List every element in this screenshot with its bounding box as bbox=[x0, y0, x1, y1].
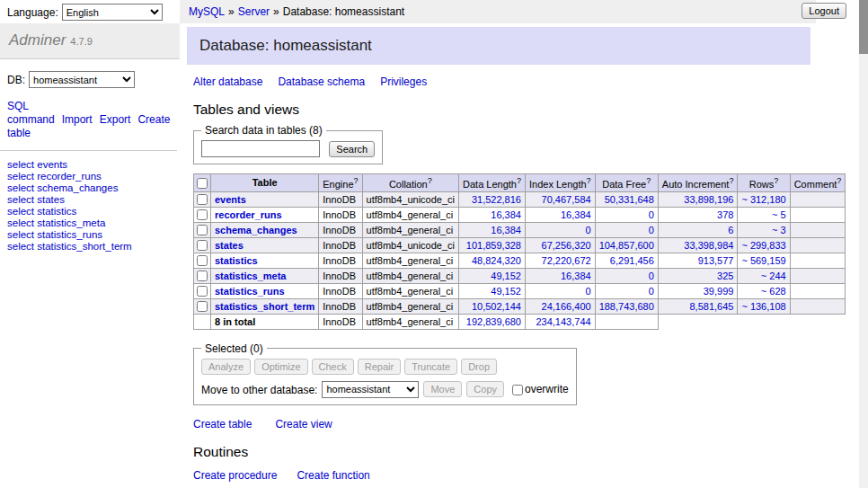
collation-cell: utf8mb4_general_ci bbox=[362, 283, 458, 298]
truncate-button[interactable]: Truncate bbox=[404, 359, 457, 375]
move-button[interactable]: Move bbox=[423, 381, 462, 397]
column-help-link[interactable]: ? bbox=[729, 176, 733, 185]
adminer-logo-text[interactable]: Adminer bbox=[9, 31, 66, 49]
copy-button[interactable]: Copy bbox=[466, 381, 504, 397]
rows-count-link[interactable]: ~ 312,180 bbox=[741, 194, 785, 205]
row-select-cell bbox=[194, 191, 211, 207]
sidebar-link-export[interactable]: Export bbox=[100, 113, 131, 126]
scrollbar-thumb[interactable] bbox=[859, 0, 868, 54]
adminer-logo: Adminer4.7.9 bbox=[0, 23, 180, 59]
table-name-cell: statistics_short_term bbox=[211, 298, 319, 314]
table-name-cell: statistics_meta bbox=[211, 268, 319, 283]
table-link[interactable]: schema_changes bbox=[215, 225, 297, 235]
table-name-cell: events bbox=[211, 191, 319, 207]
nav-link-alter-database[interactable]: Alter database bbox=[193, 75, 262, 88]
row-checkbox[interactable] bbox=[197, 209, 208, 220]
sidebar-table-link-select-recorder-runs[interactable]: select recorder_runs bbox=[7, 171, 180, 182]
overwrite-checkbox[interactable] bbox=[512, 385, 523, 395]
search-input[interactable] bbox=[201, 140, 320, 157]
row-select-cell bbox=[194, 298, 211, 314]
row-checkbox[interactable] bbox=[197, 194, 208, 205]
rows-count-link[interactable]: ~ 244 bbox=[761, 271, 786, 281]
analyze-button[interactable]: Analyze bbox=[201, 359, 251, 375]
db-select[interactable]: homeassistant bbox=[29, 71, 135, 88]
comment-cell bbox=[790, 207, 846, 222]
column-help-link[interactable]: ? bbox=[428, 176, 432, 185]
table-link[interactable]: statistics_meta bbox=[215, 271, 287, 281]
vertical-scrollbar[interactable] bbox=[859, 0, 868, 488]
check-button[interactable]: Check bbox=[312, 359, 354, 375]
link-create-function[interactable]: Create function bbox=[297, 469, 369, 482]
sidebar-table-link-select-schema-changes[interactable]: select schema_changes bbox=[7, 182, 180, 194]
link-create-procedure[interactable]: Create procedure bbox=[193, 469, 277, 482]
sidebar-link-sql-command[interactable]: SQL command bbox=[7, 100, 55, 126]
column-help-link[interactable]: ? bbox=[354, 176, 359, 185]
link-create-table[interactable]: Create table bbox=[193, 418, 252, 430]
breadcrumb-server-type-link[interactable]: MySQL bbox=[189, 5, 225, 18]
breadcrumb-server-link[interactable]: Server bbox=[238, 5, 270, 18]
row-checkbox[interactable] bbox=[197, 286, 208, 297]
sidebar-link-import[interactable]: Import bbox=[62, 113, 93, 126]
rows-count-link[interactable]: ~ 5 bbox=[772, 209, 786, 220]
sidebar-table-link-select-statistics[interactable]: select statistics bbox=[7, 206, 180, 217]
column-help-link[interactable]: ? bbox=[774, 176, 778, 185]
row-checkbox[interactable] bbox=[197, 240, 208, 251]
sidebar-table-link-select-statistics-meta[interactable]: select statistics_meta bbox=[7, 217, 180, 229]
row-checkbox[interactable] bbox=[197, 271, 208, 281]
sidebar-table-link-select-events[interactable]: select events bbox=[7, 159, 180, 171]
row-checkbox[interactable] bbox=[197, 301, 208, 312]
table-link[interactable]: events bbox=[215, 194, 246, 205]
select-all-checkbox[interactable] bbox=[197, 178, 208, 189]
sidebar: Adminer4.7.9 DB:homeassistant SQL comman… bbox=[0, 23, 180, 488]
sidebar-table-link-select-statistics-short-term[interactable]: select statistics_short_term bbox=[7, 241, 180, 253]
sidebar-table-link-select-statistics-runs[interactable]: select statistics_runs bbox=[7, 229, 180, 241]
nav-link-database-schema[interactable]: Database schema bbox=[278, 75, 365, 88]
table-link[interactable]: statistics_short_term bbox=[215, 301, 314, 312]
row-checkbox[interactable] bbox=[197, 255, 208, 266]
total-engine-cell: InnoDB bbox=[319, 314, 362, 329]
rows-count-link[interactable]: ~ 628 bbox=[761, 286, 786, 297]
table-link[interactable]: statistics bbox=[215, 255, 258, 266]
column-header-data-free: Data Free? bbox=[595, 174, 658, 192]
comment-cell bbox=[790, 253, 846, 268]
column-help-link[interactable]: ? bbox=[837, 176, 841, 185]
column-help-link[interactable]: ? bbox=[646, 176, 651, 185]
total-index-length-cell: 234,143,744 bbox=[525, 314, 595, 329]
language-select[interactable]: English bbox=[62, 4, 163, 21]
comment-cell bbox=[790, 222, 846, 237]
engine-cell: InnoDB bbox=[319, 207, 362, 222]
rows-count-link[interactable]: ~ 136,108 bbox=[741, 301, 785, 312]
rows-count-link[interactable]: ~ 299,833 bbox=[741, 240, 785, 251]
column-header-collation: Collation? bbox=[362, 174, 458, 192]
comment-cell bbox=[790, 298, 846, 314]
move-db-select[interactable]: homeassistant bbox=[322, 381, 419, 398]
data-free-cell: 50,331,648 bbox=[595, 191, 658, 207]
table-name-cell: statistics_runs bbox=[211, 283, 319, 298]
total-check-cell bbox=[194, 314, 211, 329]
tables-section-heading: Tables and views bbox=[193, 102, 810, 118]
row-select-cell bbox=[194, 222, 211, 237]
breadcrumb-current: Database: homeassistant bbox=[283, 5, 404, 18]
rows-count-link[interactable]: ~ 3 bbox=[772, 225, 786, 235]
sidebar-table-link-select-states[interactable]: select states bbox=[7, 194, 180, 206]
optimize-button[interactable]: Optimize bbox=[254, 359, 307, 375]
data-free-cell: 0 bbox=[595, 268, 658, 283]
repair-button[interactable]: Repair bbox=[358, 359, 401, 375]
table-link[interactable]: states bbox=[215, 240, 244, 251]
column-header-rows: Rows? bbox=[738, 174, 790, 192]
search-button[interactable]: Search bbox=[329, 141, 375, 157]
table-link[interactable]: recorder_runs bbox=[215, 209, 282, 220]
engine-cell: InnoDB bbox=[319, 268, 362, 283]
logout-button[interactable]: Logout bbox=[802, 3, 846, 19]
row-checkbox[interactable] bbox=[197, 225, 208, 235]
drop-button[interactable]: Drop bbox=[461, 359, 497, 375]
link-create-view[interactable]: Create view bbox=[275, 418, 332, 430]
column-help-link[interactable]: ? bbox=[587, 176, 591, 185]
auto-increment-cell: 325 bbox=[658, 268, 738, 283]
nav-link-privileges[interactable]: Privileges bbox=[380, 75, 427, 88]
rows-count-link[interactable]: ~ 569,159 bbox=[741, 255, 785, 266]
column-help-link[interactable]: ? bbox=[517, 176, 521, 185]
table-row: eventsInnoDButf8mb4_unicode_ci31,522,816… bbox=[194, 191, 846, 207]
sidebar-links: SQL commandImportExportCreate table bbox=[7, 100, 151, 140]
table-link[interactable]: statistics_runs bbox=[215, 286, 285, 297]
